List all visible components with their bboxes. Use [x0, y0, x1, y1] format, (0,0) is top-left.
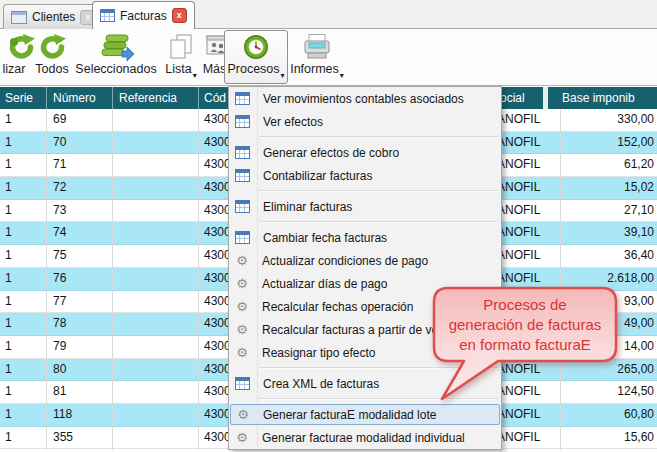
cell-codigo: 4300 — [204, 359, 231, 381]
cell-numero: 74 — [53, 222, 66, 244]
clientes-tab-icon — [11, 11, 27, 24]
menu-item-cambiar-fecha-facturas[interactable]: Cambiar fecha facturas — [229, 226, 501, 249]
menu-item-ver-movimientos-contables[interactable]: Ver movimientos contables asociados — [229, 87, 501, 110]
cell-serie: 1 — [5, 313, 12, 335]
seleccionados-button[interactable]: Seleccionados — [76, 31, 156, 83]
cell-base-imponible: 60,80 — [560, 404, 654, 426]
menu-item-label: Actualizar condiciones de pago — [262, 254, 428, 268]
cell-codigo: 4300 — [204, 245, 231, 267]
gear-icon: ⚙ — [235, 300, 249, 314]
toolbar-button-label: Seleccionados — [75, 62, 156, 76]
cell-serie: 1 — [5, 404, 12, 426]
toolbar-button-label: Lista — [165, 62, 191, 76]
cell-base-imponible: 152,00 — [560, 132, 654, 154]
tab-label: Facturas — [120, 9, 167, 23]
menu-item-actualizar-condiciones-pago[interactable]: ⚙Actualizar condiciones de pago — [229, 249, 501, 272]
column-header-numero[interactable]: Número — [53, 87, 111, 109]
header-separator — [198, 87, 199, 109]
cell-codigo: 4300 — [204, 404, 231, 426]
cell-codigo: 4300 — [204, 381, 231, 403]
menu-item-label: Crea XML de facturas — [263, 377, 379, 391]
cell-codigo: 4300 — [204, 222, 231, 244]
gear-icon: ⚙ — [235, 277, 249, 291]
dropdown-arrow-icon: ▾ — [340, 71, 344, 80]
menu-item-generar-facturae-lote[interactable]: ⚙Generar facturaE modalidad lote — [230, 404, 500, 425]
callout-text: Procesos degeneración de facturasen form… — [434, 295, 616, 355]
clock-icon — [241, 33, 271, 61]
cell-razon-social: ANOFIL — [497, 109, 540, 131]
cell-serie: 1 — [5, 154, 12, 176]
dropdown-arrow-icon: ▾ — [281, 71, 285, 80]
tab-strip: ClientesxFacturasx — [0, 0, 657, 29]
menu-item-label: Generar facturae modalidad individual — [262, 431, 465, 445]
column-header-razon-social[interactable]: ocial — [500, 87, 542, 109]
grid-line — [46, 109, 47, 450]
printer-icon — [301, 33, 333, 61]
cell-numero: 80 — [53, 359, 66, 381]
menu-item-ver-efectos[interactable]: Ver efectos — [229, 110, 501, 133]
cell-codigo: 4300 — [204, 268, 231, 290]
cell-razon-social: ANOFIL — [497, 154, 540, 176]
menu-item-label: Ver movimientos contables asociados — [263, 92, 464, 106]
callout-line: en formato facturaE — [434, 335, 616, 355]
cell-numero: 78 — [53, 313, 66, 335]
cell-razon-social: ANOFIL — [497, 222, 540, 244]
cell-codigo: 4300 — [204, 313, 231, 335]
close-icon[interactable]: x — [172, 8, 187, 23]
cell-razon-social: ANOFIL — [497, 177, 540, 199]
tab-clientes[interactable]: Clientesx — [3, 4, 103, 29]
cell-base-imponible: 330,00 — [560, 109, 654, 131]
cell-codigo: 4300 — [204, 427, 231, 449]
procesos-button[interactable]: Procesos▾ — [224, 30, 288, 84]
todos-button[interactable]: Todos — [28, 31, 76, 83]
menu-item-label: Contabilizar facturas — [263, 169, 372, 183]
toolbar-button-label: Todos — [35, 62, 68, 76]
cell-razon-social: ANOFIL — [497, 427, 540, 449]
menu-item-contabilizar-facturas[interactable]: Contabilizar facturas — [229, 164, 501, 187]
cell-razon-social: ANOFIL — [497, 404, 540, 426]
callout-line: generación de facturas — [434, 315, 616, 335]
cell-serie: 1 — [5, 222, 12, 244]
menu-item-eliminar-facturas[interactable]: Eliminar facturas — [229, 195, 501, 218]
toolbar-button-label: Informes — [290, 62, 339, 76]
cell-numero: 72 — [53, 177, 66, 199]
cell-codigo: 4300 — [204, 291, 231, 313]
grid-line — [112, 109, 113, 450]
menu-item-label: Generar efectos de cobro — [263, 146, 399, 160]
cell-serie: 1 — [5, 109, 12, 131]
cell-numero: 355 — [53, 427, 73, 449]
menu-separator — [229, 187, 501, 195]
menu-item-generar-efectos-cobro[interactable]: Generar efectos de cobro — [229, 141, 501, 164]
header-separator — [112, 87, 113, 109]
cell-base-imponible: 15,60 — [560, 427, 654, 449]
cell-serie: 1 — [5, 336, 12, 358]
callout-line: Procesos de — [434, 295, 616, 315]
toolbar-button-label: Más — [203, 62, 227, 76]
menu-item-label: Recalcular facturas a partir de ven — [262, 323, 445, 337]
cell-serie: 1 — [5, 359, 12, 381]
cell-serie: 1 — [5, 132, 12, 154]
informes-button[interactable]: Informes▾ — [289, 31, 345, 83]
cell-razon-social: ANOFIL — [497, 132, 540, 154]
cell-serie: 1 — [5, 427, 12, 449]
toolbar-button-label: Procesos — [227, 62, 279, 76]
gear-icon: ⚙ — [235, 254, 249, 268]
cell-numero: 79 — [53, 336, 66, 358]
header-separator — [46, 87, 47, 109]
gear-icon: ⚙ — [236, 408, 250, 422]
cell-codigo: 4300 — [204, 200, 231, 222]
column-header-referencia[interactable]: Referencia — [119, 87, 197, 109]
column-header-serie[interactable]: Serie — [5, 87, 45, 109]
gear-icon: ⚙ — [235, 431, 249, 445]
cell-numero: 76 — [53, 268, 66, 290]
cell-serie: 1 — [5, 291, 12, 313]
table-icon — [235, 115, 250, 128]
app-window: ClientesxFacturasx lizarTodosSeleccionad… — [0, 0, 657, 452]
menu-item-label: Ver efectos — [263, 115, 323, 129]
tab-label: Clientes — [32, 10, 75, 24]
pages-icon — [168, 34, 194, 60]
cell-numero: 69 — [53, 109, 66, 131]
column-header-base-imponible[interactable]: Base imponib — [562, 87, 657, 109]
menu-item-generar-facturae-individual[interactable]: ⚙Generar facturae modalidad individual — [229, 426, 501, 449]
tab-facturas[interactable]: Facturasx — [92, 1, 195, 29]
